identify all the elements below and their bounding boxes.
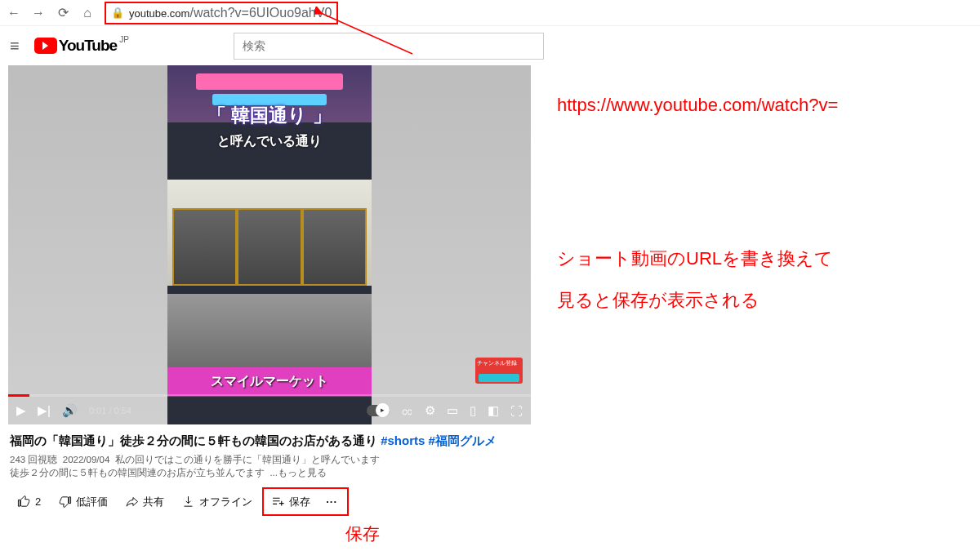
share-button[interactable]: 共有	[118, 491, 172, 513]
cast-icon[interactable]: ◧	[488, 403, 499, 418]
settings-icon[interactable]: ⚙	[425, 403, 435, 418]
download-icon	[181, 495, 195, 509]
hashtag-link[interactable]: #shorts	[381, 433, 425, 447]
autoplay-toggle[interactable]	[367, 405, 390, 416]
time-display: 0:01 / 0:54	[89, 406, 131, 415]
annotation-panel: https://www.youtube.com/watch?v= ショート動画の…	[539, 65, 980, 516]
share-icon	[125, 495, 139, 509]
url-host: youtube.com/watch?v=6UIOuo9ahV0	[129, 6, 332, 20]
video-title: 福岡の「韓国通り」徒歩２分の間に５軒もの韓国のお店がある通り #shorts #…	[10, 433, 529, 449]
video-overlay-title: 「 韓国通り 」	[167, 103, 372, 128]
miniplayer-icon[interactable]: ▭	[447, 403, 458, 418]
video-content: 「 韓国通り 」 と呼んでいる通り スマイルマーケット	[167, 65, 372, 424]
video-player[interactable]: 「 韓国通り 」 と呼んでいる通り スマイルマーケット チャンネル登録 ▶ ▶|…	[8, 65, 531, 424]
player-controls: ▶ ▶| 🔊 0:01 / 0:54 ㏄ ⚙ ▭ ▯ ◧ ⛶	[8, 397, 531, 424]
video-overlay-market: スマイルマーケット	[211, 373, 328, 390]
home-icon[interactable]: ⌂	[80, 6, 95, 20]
search-input[interactable]	[234, 33, 544, 60]
captions-icon[interactable]: ㏄	[401, 403, 413, 419]
dislike-button[interactable]: 低評価	[51, 491, 115, 513]
browser-toolbar: ← → ⟳ ⌂ 🔒 youtube.com/watch?v=6UIOuo9ahV…	[0, 0, 980, 26]
video-meta-line: 243 回視聴 2022/09/04 私の回りではこの通りを勝手に「韓国通り」と…	[10, 453, 529, 479]
play-icon[interactable]: ▶	[16, 403, 26, 418]
back-icon[interactable]: ←	[7, 6, 21, 20]
address-bar[interactable]: 🔒 youtube.com/watch?v=6UIOuo9ahV0	[105, 2, 338, 24]
theater-icon[interactable]: ▯	[470, 403, 476, 418]
like-button[interactable]: 2	[10, 491, 48, 513]
annotation-save-label: 保存	[345, 522, 380, 545]
more-actions-button[interactable]: ···	[318, 491, 345, 512]
hamburger-icon[interactable]: ≡	[10, 37, 20, 56]
next-icon[interactable]: ▶|	[38, 403, 51, 418]
region-label: JP	[119, 35, 129, 44]
save-button[interactable]: 保存	[266, 492, 315, 512]
annotation-url: https://www.youtube.com/watch?v=	[557, 95, 972, 116]
video-overlay-sub: と呼んでいる通り	[167, 133, 372, 150]
playlist-add-icon	[271, 495, 285, 509]
reload-icon[interactable]: ⟳	[56, 5, 70, 20]
thumbs-up-icon	[17, 495, 31, 509]
offline-button[interactable]: オフライン	[174, 491, 260, 513]
annotation-note: ショート動画のURLを書き換えて見ると保存が表示される	[557, 238, 972, 321]
volume-icon[interactable]: 🔊	[62, 403, 78, 418]
save-button-highlight: 保存 ···	[262, 487, 349, 516]
thumbs-down-icon	[58, 495, 72, 509]
channel-watermark[interactable]: チャンネル登録	[475, 358, 523, 384]
fullscreen-icon[interactable]: ⛶	[510, 404, 523, 418]
hashtag-link[interactable]: #福岡グルメ	[429, 433, 497, 447]
youtube-header: ≡ YouTube JP	[0, 26, 980, 65]
play-logo-icon	[34, 38, 57, 54]
lock-icon: 🔒	[111, 7, 124, 19]
youtube-logo[interactable]: YouTube JP	[34, 37, 129, 55]
show-more[interactable]: ...もっと見る	[270, 468, 327, 478]
forward-icon[interactable]: →	[31, 6, 46, 20]
action-bar: 2 低評価 共有 オフライン 保存	[10, 487, 529, 516]
